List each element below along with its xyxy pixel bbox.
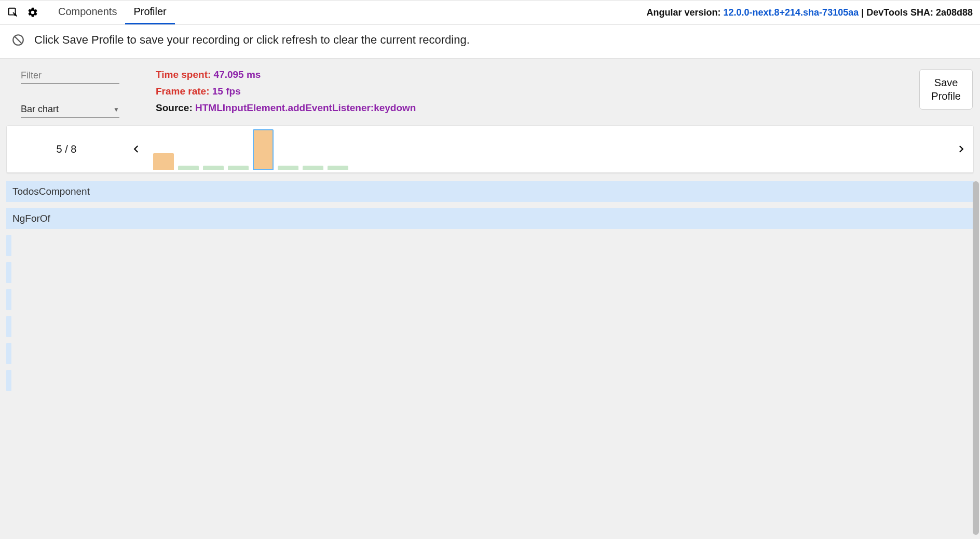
tab-profiler[interactable]: Profiler: [125, 1, 174, 24]
prev-frame-button[interactable]: [126, 139, 147, 159]
stats-block: Time spent: 47.095 ms Frame rate: 15 fps…: [137, 69, 416, 114]
controls-row: Bar chart ▼ Time spent: 47.095 ms Frame …: [0, 59, 980, 125]
frames-card: 5 / 8: [6, 125, 974, 173]
save-profile-line2: Profile: [931, 90, 961, 102]
settings-icon-button[interactable]: [23, 3, 43, 22]
frame-counter: 5 / 8: [7, 143, 126, 155]
chart-type-value: Bar chart: [21, 104, 59, 115]
time-spent-row: Time spent: 47.095 ms: [156, 69, 416, 80]
info-banner: Click Save Profile to save your recordin…: [0, 25, 980, 59]
chart-type-select[interactable]: Bar chart ▼: [21, 104, 119, 118]
frame-bar-5[interactable]: [253, 129, 274, 170]
frame-bar-1[interactable]: [153, 153, 174, 170]
save-profile-button[interactable]: Save Profile: [919, 69, 973, 110]
source-label: Source:: [156, 102, 195, 113]
gear-icon: [27, 7, 38, 18]
frame-bar-3[interactable]: [203, 166, 224, 170]
frame-rate-label: Frame rate:: [156, 86, 212, 97]
source-row: Source: HTMLInputElement.addEventListene…: [156, 102, 416, 114]
flame-row-tiny-4[interactable]: [6, 289, 11, 310]
frame-bars-track: [147, 128, 950, 170]
flame-row-tiny-2[interactable]: [6, 235, 11, 256]
scrollbar[interactable]: [973, 181, 979, 535]
flame-area: TodosComponentNgForOf: [0, 178, 980, 539]
devtools-sha-value: 2a08d88: [936, 7, 973, 18]
flame-row-tiny-6[interactable]: [6, 343, 11, 364]
no-entry-icon: [11, 33, 25, 47]
version-prefix: Angular version:: [646, 7, 723, 18]
chevron-right-icon: [956, 144, 965, 154]
devtools-sha-label: | DevTools SHA:: [859, 7, 936, 18]
frame-bar-8[interactable]: [328, 166, 348, 170]
flame-row-tiny-7[interactable]: [6, 370, 11, 391]
flame-row-tiny-5[interactable]: [6, 316, 11, 337]
flame-row-tiny-3[interactable]: [6, 262, 11, 283]
tab-bar: Components Profiler: [50, 1, 175, 24]
save-profile-line1: Save: [934, 77, 958, 88]
tab-components[interactable]: Components: [50, 1, 125, 24]
inspect-icon: [7, 7, 19, 18]
svg-line-2: [15, 37, 22, 44]
frame-rate-row: Frame rate: 15 fps: [156, 86, 416, 97]
frame-bar-2[interactable]: [178, 166, 199, 170]
version-info: Angular version: 12.0.0-next.8+214.sha-7…: [646, 7, 980, 18]
chevron-left-icon: [132, 144, 141, 154]
inspect-element-icon-button[interactable]: [3, 3, 23, 22]
angular-version-link[interactable]: 12.0.0-next.8+214.sha-73105aa: [724, 7, 859, 18]
next-frame-button[interactable]: [950, 139, 971, 159]
flame-row-NgForOf[interactable]: NgForOf: [6, 208, 974, 229]
frame-bar-4[interactable]: [228, 166, 249, 170]
time-spent-label: Time spent:: [156, 69, 214, 80]
flame-row-TodosComponent[interactable]: TodosComponent: [6, 181, 974, 202]
top-toolbar: Components Profiler Angular version: 12.…: [0, 0, 980, 25]
frame-bar-6[interactable]: [278, 166, 298, 170]
source-value: HTMLInputElement.addEventListener:keydow…: [195, 102, 416, 113]
filter-input[interactable]: [21, 69, 119, 84]
time-spent-value: 47.095 ms: [214, 69, 261, 80]
left-controls: Bar chart ▼: [7, 69, 121, 118]
chevron-down-icon: ▼: [113, 106, 119, 113]
frame-bar-7[interactable]: [303, 166, 323, 170]
frame-rate-value: 15 fps: [212, 86, 241, 97]
info-banner-text: Click Save Profile to save your recordin…: [34, 33, 470, 47]
